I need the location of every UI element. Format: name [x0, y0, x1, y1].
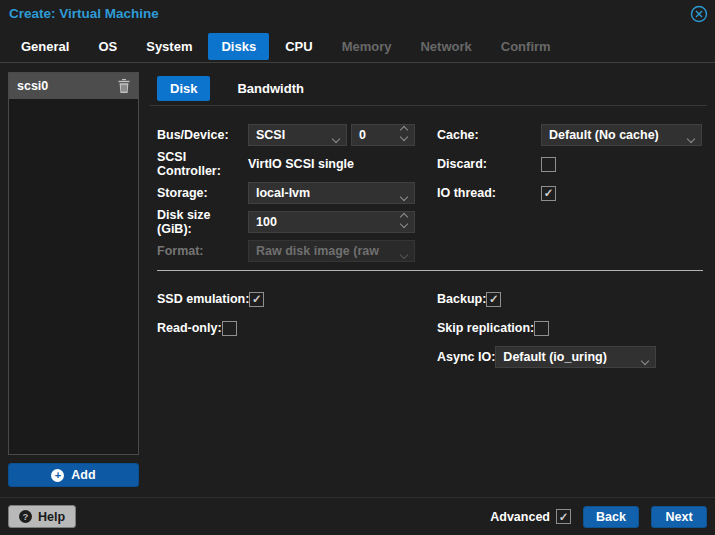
chevron-down-icon: [400, 251, 408, 259]
ssd-emulation-checkbox[interactable]: ✓: [249, 292, 264, 307]
discard-row: Discard:: [437, 153, 703, 175]
chevron-down-icon: [332, 135, 340, 143]
discard-label: Discard:: [437, 157, 541, 171]
back-button[interactable]: Back: [583, 506, 639, 528]
backup-row: Backup: ✓: [437, 288, 703, 310]
advanced-right-column: Backup: ✓ Skip replication: Async IO: De…: [437, 288, 703, 375]
plus-circle-icon: +: [51, 469, 64, 482]
disk-list-panel: scsi0: [8, 72, 139, 455]
read-only-row: Read-only:: [157, 317, 415, 339]
question-circle-icon: ?: [19, 510, 32, 523]
chevron-down-icon: [687, 135, 695, 143]
tab-general[interactable]: General: [8, 33, 82, 60]
advanced-toggle: Advanced ✓: [490, 509, 571, 524]
read-only-label: Read-only:: [157, 321, 222, 335]
subtab-bandwidth[interactable]: Bandwidth: [224, 76, 316, 101]
cache-value: Default (No cache): [549, 128, 659, 142]
spinner-down-icon: [400, 133, 408, 141]
disk-subtab-bar: Disk Bandwidth: [150, 72, 707, 106]
disk-list-item-scsi0[interactable]: scsi0: [9, 73, 138, 99]
skip-replication-checkbox[interactable]: [534, 321, 549, 336]
format-select: Raw disk image (raw: [248, 240, 415, 262]
device-number-spinner[interactable]: 0: [351, 124, 415, 146]
bus-device-label: Bus/Device:: [157, 128, 248, 142]
format-row: Format: Raw disk image (raw: [157, 240, 415, 262]
bus-device-row: Bus/Device: SCSI 0: [157, 124, 415, 146]
io-thread-checkbox[interactable]: ✓: [541, 186, 556, 201]
titlebar: Create: Virtual Machine: [0, 0, 715, 30]
tab-memory: Memory: [329, 33, 405, 60]
scsi-controller-label: SCSI Controller:: [157, 150, 248, 178]
form-left-column: Bus/Device: SCSI 0 SCSI Controller: Virt…: [157, 124, 415, 269]
footer-actions: Advanced ✓ Back Next: [490, 505, 707, 528]
tab-system[interactable]: System: [133, 33, 205, 60]
advanced-left-column: SSD emulation: ✓ Read-only:: [157, 288, 415, 346]
bus-device-value: SCSI: [256, 128, 285, 142]
disk-size-spinner[interactable]: 100: [248, 211, 415, 233]
help-button[interactable]: ? Help: [8, 505, 76, 528]
ssd-emulation-row: SSD emulation: ✓: [157, 288, 415, 310]
storage-select[interactable]: local-lvm: [248, 182, 415, 204]
help-button-label: Help: [38, 510, 65, 524]
subtab-disk[interactable]: Disk: [157, 76, 210, 101]
footer-divider: [0, 497, 715, 498]
next-button[interactable]: Next: [651, 506, 707, 528]
format-label: Format:: [157, 244, 248, 258]
device-number-value: 0: [359, 128, 366, 142]
disk-size-value: 100: [256, 215, 277, 229]
disk-size-row: Disk size (GiB): 100: [157, 211, 415, 233]
backup-checkbox[interactable]: ✓: [486, 292, 501, 307]
scsi-controller-row: SCSI Controller: VirtIO SCSI single: [157, 153, 415, 175]
cache-select[interactable]: Default (No cache): [541, 124, 702, 146]
io-thread-label: IO thread:: [437, 186, 541, 200]
async-io-select[interactable]: Default (io_uring): [495, 346, 656, 368]
disk-item-label: scsi0: [17, 79, 48, 93]
storage-row: Storage: local-lvm: [157, 182, 415, 204]
skip-replication-label: Skip replication:: [437, 321, 534, 335]
tab-confirm: Confirm: [488, 33, 564, 60]
chevron-down-icon: [400, 193, 408, 201]
tab-os[interactable]: OS: [85, 33, 130, 60]
add-disk-button[interactable]: + Add: [8, 463, 139, 487]
bus-device-select[interactable]: SCSI: [248, 124, 347, 146]
storage-label: Storage:: [157, 186, 248, 200]
async-io-value: Default (io_uring): [503, 350, 606, 364]
chevron-down-icon: [641, 357, 649, 365]
disk-size-label: Disk size (GiB):: [157, 208, 248, 236]
backup-label: Backup:: [437, 292, 486, 306]
async-io-row: Async IO: Default (io_uring): [437, 346, 703, 368]
dialog-title: Create: Virtual Machine: [9, 6, 159, 21]
cache-row: Cache: Default (No cache): [437, 124, 703, 146]
format-value: Raw disk image (raw: [256, 244, 379, 258]
advanced-label: Advanced: [490, 510, 550, 524]
tab-cpu[interactable]: CPU: [272, 33, 325, 60]
storage-value: local-lvm: [256, 186, 310, 200]
add-button-label: Add: [71, 468, 95, 482]
skip-replication-row: Skip replication:: [437, 317, 703, 339]
trash-icon[interactable]: [118, 79, 130, 93]
close-icon[interactable]: [690, 5, 708, 23]
read-only-checkbox[interactable]: [222, 321, 237, 336]
ssd-emulation-label: SSD emulation:: [157, 292, 249, 306]
scsi-controller-value: VirtIO SCSI single: [248, 157, 354, 171]
cache-label: Cache:: [437, 128, 541, 142]
form-right-column: Cache: Default (No cache) Discard: IO th…: [437, 124, 703, 211]
tab-network: Network: [407, 33, 484, 60]
io-thread-row: IO thread: ✓: [437, 182, 703, 204]
advanced-separator: [157, 270, 703, 271]
discard-checkbox[interactable]: [541, 157, 556, 172]
advanced-checkbox[interactable]: ✓: [556, 509, 571, 524]
spinner-down-icon: [400, 220, 408, 228]
create-vm-dialog: Create: Virtual Machine General OS Syste…: [0, 0, 715, 535]
async-io-label: Async IO:: [437, 350, 495, 364]
tab-disks[interactable]: Disks: [208, 33, 269, 60]
wizard-tab-bar: General OS System Disks CPU Memory Netwo…: [0, 30, 715, 63]
